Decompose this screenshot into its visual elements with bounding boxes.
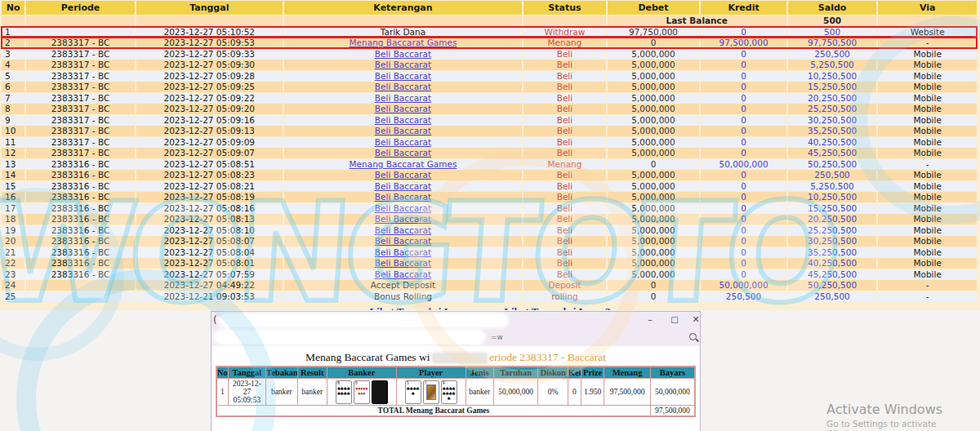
cell-periode: 2383317 - BC [26,71,135,82]
cell-via: Mobile [878,203,977,214]
cell-prize: 1.950 [581,379,604,406]
cell-tanggal: 2023-12-27 05:09:25 [136,82,283,92]
cell-kredit: 0 [701,115,786,126]
cell-via: Mobile [878,181,977,192]
keterangan-link[interactable]: Beli Baccarat [375,170,431,180]
cell-saldo: 50,250,500 [788,280,877,291]
column-header-via: Via [878,1,977,15]
bet-detail-popup-window: ( – □ ✕ =w Menang Baccarat Games wi erio… [211,311,701,431]
cell-via: Mobile [878,126,977,136]
cell-periode: 2383316 - BC [26,269,135,280]
cell-keterangan: Beli Baccarat [284,181,522,192]
cell-via: Mobile [878,225,977,236]
cell-status: Beli [523,115,606,126]
transaction-row-7: 72383317 - BC2023-12-27 05:09:22Beli Bac… [2,93,977,104]
keterangan-link[interactable]: Beli Baccarat [375,192,431,202]
cell-kredit: 0 [701,82,786,92]
popup-titlebar[interactable]: ( – □ ✕ [212,312,700,329]
popup-addressbar[interactable]: =w [212,329,700,346]
keterangan-link[interactable]: Beli Baccarat [375,269,431,279]
cell-no: 24 [2,280,24,291]
keterangan-link[interactable]: Beli Baccarat [375,115,431,125]
cell-periode: 2383317 - BC [26,104,135,114]
cell-keterangan: Beli Baccarat [284,104,522,114]
cell-no: 17 [2,203,24,214]
transaction-row-23: 232383316 - BC2023-12-27 05:07:59Beli Ba… [2,269,977,280]
cell-saldo: 500 [788,27,877,38]
cell-debet: 0 [608,280,700,291]
keterangan-link[interactable]: Beli Baccarat [375,181,431,191]
keterangan-link[interactable]: Beli Baccarat [375,82,431,91]
cell-via: - [878,291,977,302]
keterangan-link[interactable]: Beli Baccarat [375,49,431,59]
maximize-button[interactable]: □ [667,313,682,327]
cell-periode: 2383316 - BC [26,181,135,192]
cell-saldo: 45,250,500 [788,269,877,280]
column-header-keterangan: Keterangan [284,1,522,15]
cell-via: - [878,38,977,48]
keterangan-link[interactable]: Beli Baccarat [375,93,431,103]
keterangan-link[interactable]: Beli Baccarat [375,104,431,113]
transaction-row-20: 202383316 - BC2023-12-27 05:08:07Beli Ba… [2,236,977,247]
cell-tanggal: 2023-12-27 05:08:13 [136,214,283,224]
cell-kredit: 97,500,000 [701,38,786,48]
cell-tanggal: 2023-12-27 05:08:07 [136,236,283,247]
cell-keterangan: Tarik Dana [284,27,522,38]
cell-status: Beli [523,170,606,180]
transaction-row-8: 82383317 - BC2023-12-27 05:09:20Beli Bac… [2,104,977,114]
cell-via: Mobile [878,71,977,82]
cell-debet: 5,000,000 [608,269,700,280]
cell-saldo: 30,250,500 [788,236,877,247]
cell-saldo: 20,250,500 [788,93,877,104]
keterangan-link[interactable]: Beli Baccarat [375,126,431,136]
cell-tebakan: banker [266,379,297,406]
cell-no: 22 [2,258,24,269]
cell-kredit: 0 [701,126,786,136]
cell-keterangan: Menang Baccarat Games [284,159,522,170]
keterangan-link[interactable]: Beli Baccarat [375,60,431,69]
cell-status: Menang [523,38,606,48]
keterangan-link[interactable]: Beli Baccarat [375,137,431,147]
keterangan-link[interactable]: Beli Baccarat [375,258,431,268]
close-button[interactable]: ✕ [688,313,703,327]
cell-periode: 2383317 - BC [26,148,135,158]
cell-saldo: 45,250,500 [788,148,877,158]
keterangan-link[interactable]: Beli Baccarat [375,203,431,213]
keterangan-link[interactable]: Beli Baccarat [375,247,431,257]
cell-status: Deposit [523,280,606,291]
cell-saldo: 35,250,500 [788,126,877,136]
cell-no: 3 [2,49,24,60]
magnifier-icon[interactable] [689,333,697,340]
cell-saldo: 40,250,500 [788,258,877,269]
keterangan-text: Accept Deposit [371,280,435,290]
transaction-row-24: 242023-12-27 04:49:22Accept DepositDepos… [2,280,977,291]
cell-periode: 2383316 - BC [26,170,135,180]
cell-no: 5 [2,71,24,82]
cell-via: Mobile [878,93,977,104]
table-header-row: NoPeriodeTanggalKeteranganStatusDebetKre… [2,1,977,15]
cell-via: Mobile [878,214,977,224]
keterangan-link[interactable]: Menang Baccarat Games [350,159,457,169]
bet-column-header-player: Player [396,367,466,379]
transaction-row-25: 252023-12-21 09:03:53Bonus Rollingrollin… [2,291,977,302]
keterangan-link[interactable]: Menang Baccarat Games [350,38,457,47]
column-header-tanggal: Tanggal [136,1,283,15]
cell-via: Website [878,27,977,38]
cell-taruhan: 50,000,000 [493,379,538,406]
cell-keterangan: Beli Baccarat [284,269,522,280]
keterangan-link[interactable]: Beli Baccarat [375,71,431,81]
keterangan-link[interactable]: Beli Baccarat [375,214,431,224]
cell-keterangan: Bonus Rolling [284,291,522,302]
keterangan-link[interactable]: Beli Baccarat [375,225,431,235]
keterangan-text: Tarik Dana [381,27,425,37]
keterangan-link[interactable]: Beli Baccarat [375,236,431,246]
keterangan-link[interactable]: Beli Baccarat [375,148,431,158]
cell-keterangan: Beli Baccarat [284,93,522,104]
cell-banker-cards: 8♣♣♣♣♣♣♣♣8♦♦♦♦♦♦♦♦ [327,379,396,406]
cell-periode: 2383316 - BC [26,192,135,202]
cell-kredit: 0 [701,269,786,280]
minimize-button[interactable]: – [643,313,657,327]
cell-no: 14 [2,170,24,180]
cell-debet: 5,000,000 [608,170,700,180]
playing-card-icon: 9♣♣♣♣♣♣♣♣♣ [441,380,457,404]
